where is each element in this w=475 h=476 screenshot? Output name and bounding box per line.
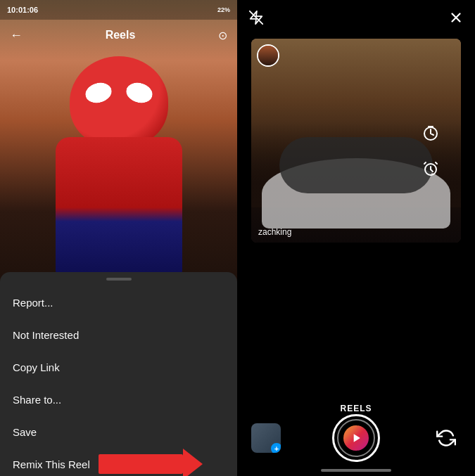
sheet-handle [106, 278, 132, 281]
status-icons: 22% [217, 6, 230, 13]
close-button[interactable] [448, 10, 464, 29]
flash-off-icon[interactable] [248, 10, 264, 29]
gallery-thumb[interactable]: + [251, 423, 281, 453]
menu-item-remix-label: Remix This Reel [13, 458, 90, 470]
reels-label: REELS [237, 404, 475, 413]
timer-icon[interactable] [420, 158, 441, 179]
capture-inner [337, 419, 375, 457]
bottom-sheet: Report... Not Interested Copy Link Share… [0, 272, 237, 476]
video-user-avatar[interactable] [257, 44, 279, 67]
avatar-inner [258, 46, 278, 65]
spiderman-figure [34, 42, 203, 302]
plus-badge: + [271, 443, 281, 453]
arrow-body [99, 454, 183, 474]
page-title: Reels [106, 29, 136, 41]
bottom-controls: + [237, 414, 475, 462]
spiderman-head [70, 56, 168, 148]
menu-item-copy-link[interactable]: Copy Link [0, 351, 237, 383]
menu-item-remix[interactable]: Remix This Reel [0, 448, 237, 476]
menu-item-not-interested[interactable]: Not Interested [0, 319, 237, 351]
menu-item-save[interactable]: Save [0, 416, 237, 448]
status-time: 10:01:06 [7, 6, 38, 14]
menu-item-copy-link-label: Copy Link [13, 361, 60, 373]
left-panel: 10:01:06 22% ← Reels ⊙ Report... Not Int… [0, 0, 237, 476]
video-preview: zachking [251, 39, 461, 243]
battery-icon: 22% [217, 6, 230, 13]
capture-button[interactable] [332, 414, 380, 462]
video-side-icons [420, 123, 441, 179]
back-button[interactable]: ← [10, 28, 23, 43]
reels-capture-icon [343, 425, 369, 451]
spiderman-body [56, 137, 182, 278]
top-nav: ← Reels ⊙ [0, 20, 237, 51]
menu-item-share-to-label: Share to... [13, 394, 61, 406]
menu-item-save-label: Save [13, 426, 37, 438]
remix-arrow [99, 449, 203, 476]
right-panel: zachking REELS [237, 0, 475, 476]
top-right-controls [237, 10, 475, 29]
menu-item-share-to[interactable]: Share to... [0, 383, 237, 416]
countdown-icon[interactable] [420, 123, 441, 144]
menu-item-not-interested-label: Not Interested [13, 329, 79, 341]
flip-camera-button[interactable] [431, 423, 461, 453]
menu-item-report[interactable]: Report... [0, 286, 237, 319]
spiderman-eye-right [124, 80, 155, 106]
username-label: zachking [258, 227, 291, 237]
menu-item-report-label: Report... [13, 297, 53, 309]
camera-button[interactable]: ⊙ [218, 29, 227, 42]
home-indicator-right [321, 469, 391, 472]
arrow-head [183, 449, 203, 476]
spiderman-eye-left [83, 80, 114, 106]
status-bar: 10:01:06 22% [0, 0, 237, 20]
